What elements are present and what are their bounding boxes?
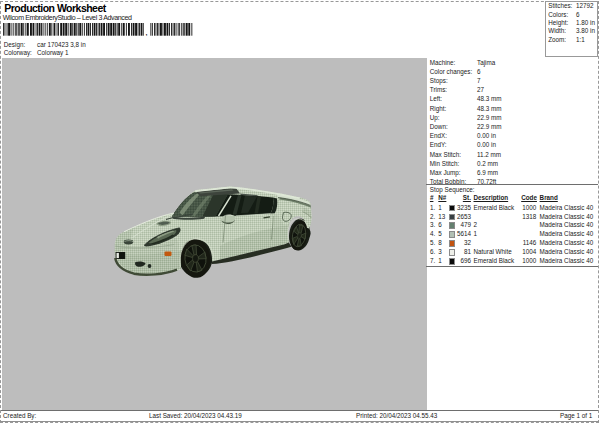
- svg-text:,: ,: [145, 28, 148, 37]
